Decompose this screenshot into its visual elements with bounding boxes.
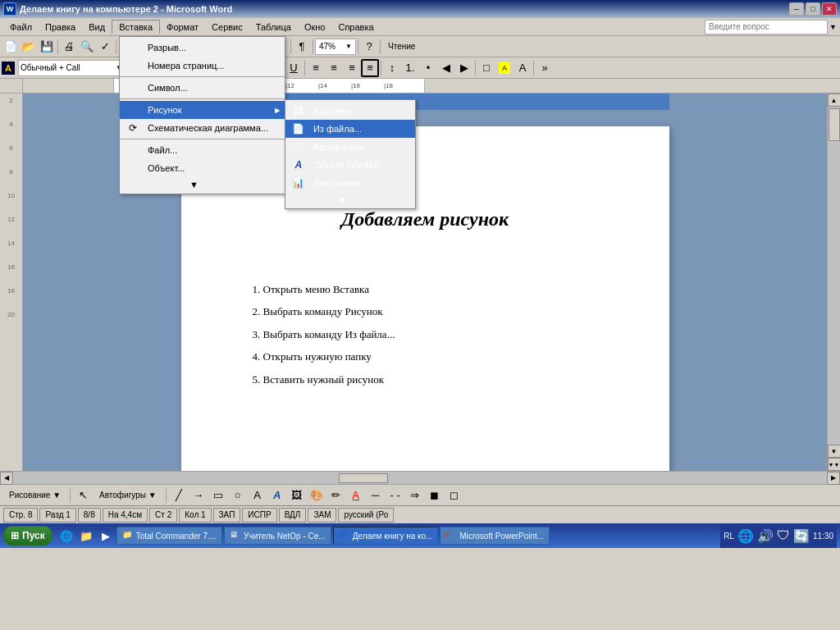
vertical-scrollbar[interactable]: ▲ ▼ ▼▼ [827, 94, 840, 471]
hscroll-track[interactable] [13, 472, 827, 484]
font-color-tool2[interactable]: A [347, 486, 365, 504]
submenu-chart[interactable]: 📊 Диаграмма [285, 174, 415, 192]
scroll-track[interactable] [828, 107, 840, 445]
read-mode-button[interactable]: Чтение [382, 38, 421, 56]
menu-separator [120, 98, 285, 99]
underline-button[interactable]: U [285, 59, 303, 77]
menu-symbol[interactable]: Символ... [120, 79, 285, 97]
autoshapes-dropdown[interactable]: Автофигуры ▼ [94, 486, 162, 504]
search-dropdown-arrow[interactable]: ▼ [829, 23, 837, 31]
3d-tool[interactable]: ◻ [445, 486, 463, 504]
systray-lang[interactable]: RL [724, 532, 734, 541]
scroll-down2-button[interactable]: ▼▼ [828, 458, 841, 471]
oval-tool[interactable]: ○ [229, 486, 247, 504]
hscroll-right-button[interactable]: ▶ [827, 472, 840, 485]
fmt-sep-4 [475, 61, 476, 75]
quicklaunch-ie[interactable]: 🌐 [57, 527, 75, 545]
hscroll-thumb[interactable] [339, 473, 388, 483]
open-button[interactable]: 📂 [20, 38, 38, 56]
titlebar-title: W Делаем книгу на компьютере 2 - Microso… [3, 2, 232, 16]
submenu-autoshapes[interactable]: ⬡ Автофигуры [285, 138, 415, 156]
taskbar-netop[interactable]: 🖥 Учитель NetOp - Се... [224, 527, 331, 545]
clipart-tool[interactable]: 🖼 [288, 486, 306, 504]
numbering-button[interactable]: 1. [401, 59, 419, 77]
file-icon [126, 144, 139, 157]
menu-help[interactable]: Справка [331, 21, 380, 34]
align-center-button[interactable]: ≡ [325, 59, 343, 77]
more-arrow-icon: ▼ [337, 194, 346, 204]
arrow-tool[interactable]: → [189, 486, 208, 504]
zoom-select[interactable]: 47% ▼ [315, 39, 356, 55]
menu-object[interactable]: Объект... [120, 159, 285, 177]
horizontal-scrollbar[interactable]: ◀ ▶ [0, 471, 840, 484]
help-button[interactable]: ? [360, 38, 378, 56]
draw-dropdown[interactable]: Рисование ▼ [3, 486, 66, 504]
taskbar-btn-label: Учитель NetOp - Се... [244, 532, 326, 541]
bullets-button[interactable]: • [419, 59, 437, 77]
outside-button[interactable]: □ [477, 59, 495, 77]
submenu-more[interactable]: ▼ [285, 192, 415, 207]
menu-table[interactable]: Таблица [249, 21, 298, 34]
line-color-tool[interactable]: ✏ [327, 486, 345, 504]
separator-2 [116, 39, 116, 54]
wordart-tool[interactable]: A [268, 486, 286, 504]
save-button[interactable]: 💾 [38, 38, 56, 56]
quicklaunch-folder[interactable]: 📁 [77, 527, 95, 545]
minimize-button[interactable]: ─ [789, 2, 804, 16]
shadow-tool[interactable]: ◼ [426, 486, 444, 504]
menu-insert[interactable]: Вставка [112, 20, 160, 34]
menu-file[interactable]: Файл [3, 21, 39, 34]
menu-view[interactable]: Вид [82, 21, 112, 34]
menu-more[interactable]: ▼ [120, 177, 285, 192]
menu-format[interactable]: Формат [160, 21, 205, 34]
highlight-button[interactable]: A [495, 59, 514, 77]
submenu-wordart[interactable]: A Объект WordArt... [285, 156, 415, 174]
rect-tool[interactable]: ▭ [209, 486, 227, 504]
indent-button[interactable]: ▶ [455, 59, 473, 77]
submenu-clipart[interactable]: 🖼 Картинки... [285, 102, 415, 120]
textbox-tool[interactable]: A [249, 486, 267, 504]
align-left-button[interactable]: ≡ [307, 59, 325, 77]
outdent-button[interactable]: ◀ [437, 59, 455, 77]
fontcolor-button[interactable]: A [514, 59, 532, 77]
more-format[interactable]: » [536, 59, 554, 77]
taskbar-ppt[interactable]: P Microsoft PowerPoint... [440, 527, 550, 545]
line-spacing-button[interactable]: ↕ [383, 59, 401, 77]
quicklaunch-media[interactable]: ▶ [97, 527, 115, 545]
line-tool[interactable]: ╱ [170, 486, 188, 504]
scroll-down-button[interactable]: ▼ [828, 445, 841, 458]
preview-button[interactable]: 🔍 [78, 38, 96, 56]
picture-submenu: 🖼 Картинки... 📄 Из файла... ⬡ Автофигуры… [285, 99, 416, 209]
dashstyle-tool[interactable]: - - [386, 486, 404, 504]
para-button[interactable]: ¶ [293, 38, 311, 56]
close-button[interactable]: ✕ [822, 2, 837, 16]
titlebar-controls[interactable]: ─ □ ✕ [789, 2, 837, 16]
style-dropdown[interactable]: Обычный + Call ▼ [18, 60, 125, 76]
menu-break[interactable]: Разрыв... [120, 39, 285, 57]
scroll-thumb[interactable] [829, 108, 840, 141]
scroll-up-button[interactable]: ▲ [828, 94, 841, 107]
spellcheck-button[interactable]: ✓ [96, 38, 114, 56]
start-button[interactable]: ⊞ Пуск [3, 526, 52, 546]
arrowstyle-tool[interactable]: ⇒ [406, 486, 424, 504]
search-input[interactable] [705, 20, 828, 34]
maximize-button[interactable]: □ [806, 2, 820, 16]
taskbar-total-commander[interactable]: 📁 Total Commander 7.... [116, 527, 222, 545]
menu-service[interactable]: Сервис [205, 21, 249, 34]
new-button[interactable]: 📄 [2, 38, 20, 56]
fill-color-tool[interactable]: 🎨 [308, 486, 326, 504]
linestyle-tool[interactable]: ─ [367, 486, 385, 504]
align-justify-button[interactable]: ≡ [361, 59, 379, 77]
menu-diagram[interactable]: ⟳ Схематическая диаграмма... [120, 119, 285, 137]
draw-select[interactable]: ↖ [74, 486, 92, 504]
menu-picture[interactable]: Рисунок ▶ 🖼 Картинки... 📄 Из файла... ⬡ … [120, 101, 285, 119]
menu-page-numbers[interactable]: Номера страниц... [120, 57, 285, 75]
menu-window[interactable]: Окно [298, 21, 332, 34]
taskbar-word[interactable]: W Делаем книгу на ко... [333, 527, 439, 545]
submenu-fromfile[interactable]: 📄 Из файла... [285, 120, 415, 138]
align-right-button[interactable]: ≡ [343, 59, 361, 77]
print-button[interactable]: 🖨 [60, 38, 78, 56]
hscroll-left-button[interactable]: ◀ [0, 472, 13, 485]
menu-file-insert[interactable]: Файл... [120, 141, 285, 159]
menu-edit[interactable]: Правка [39, 21, 82, 34]
